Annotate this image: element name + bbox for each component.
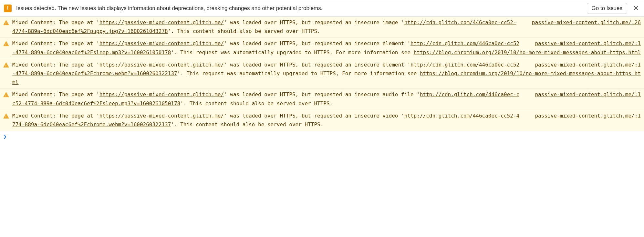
console-message-body: passive-mixed-content.glitch.me/:1Mixed … — [12, 60, 641, 87]
console-message-text: ' was loaded over HTTPS, but requested a… — [224, 91, 420, 98]
console-prompt[interactable]: ❯ — [0, 131, 644, 142]
console-message-text: '. This content should also be served ov… — [180, 100, 333, 107]
console-list: passive-mixed-content.glitch.me/:26Mixed… — [0, 17, 644, 131]
console-source-link[interactable]: passive-mixed-content.glitch.me/:26 — [532, 18, 641, 27]
console-source-link[interactable]: passive-mixed-content.glitch.me/:1 — [535, 39, 641, 48]
console-warning-row: passive-mixed-content.glitch.me/:1Mixed … — [0, 38, 644, 59]
warning-icon — [3, 41, 9, 46]
console-message-text: Mixed Content: The page at ' — [12, 40, 99, 46]
issues-icon-glyph: ! — [7, 5, 9, 11]
warning-icon — [3, 113, 9, 118]
console-message-link[interactable]: https://passive-mixed-content.glitch.me/ — [99, 113, 224, 119]
console-message-text: ' was loaded over HTTPS, but requested a… — [224, 19, 404, 26]
issues-message: Issues detected. The new Issues tab disp… — [16, 5, 582, 12]
warning-icon — [3, 62, 9, 67]
console-message-body: passive-mixed-content.glitch.me/:26Mixed… — [12, 18, 641, 36]
prompt-chevron-icon: ❯ — [3, 133, 7, 140]
go-to-issues-button[interactable]: Go to Issues — [587, 3, 627, 14]
console-source-link[interactable]: passive-mixed-content.glitch.me/:1 — [535, 60, 641, 69]
console-warning-row: passive-mixed-content.glitch.me/:26Mixed… — [0, 17, 644, 38]
console-message-body: passive-mixed-content.glitch.me/:1Mixed … — [12, 90, 641, 108]
console-message-link[interactable]: https://passive-mixed-content.glitch.me/ — [99, 62, 224, 68]
console-message-text: Mixed Content: The page at ' — [12, 113, 99, 119]
close-icon[interactable]: ✕ — [632, 5, 640, 12]
console-message-text: Mixed Content: The page at ' — [12, 91, 99, 98]
console-message-text: ' was loaded over HTTPS, but requested a… — [224, 62, 410, 68]
console-message-text: Mixed Content: The page at ' — [12, 19, 99, 26]
console-message-link[interactable]: https://passive-mixed-content.glitch.me/ — [99, 91, 224, 98]
console-message-body: passive-mixed-content.glitch.me/:1Mixed … — [12, 39, 641, 57]
console-message-text: ' was loaded over HTTPS, but requested a… — [224, 113, 404, 119]
console-message-text: '. This request was automatically upgrad… — [171, 49, 413, 56]
console-message-text: '. This content should also be served ov… — [171, 121, 323, 128]
issues-bar: ! Issues detected. The new Issues tab di… — [0, 0, 644, 17]
console-source-link[interactable]: passive-mixed-content.glitch.me/:1 — [535, 111, 641, 120]
console-message-body: passive-mixed-content.glitch.me/:1Mixed … — [12, 111, 641, 129]
console-warning-row: passive-mixed-content.glitch.me/:1Mixed … — [0, 110, 644, 131]
console-warning-row: passive-mixed-content.glitch.me/:1Mixed … — [0, 59, 644, 89]
warning-icon — [3, 92, 9, 97]
console-message-link[interactable]: https://blog.chromium.org/2019/10/no-mor… — [414, 49, 641, 56]
console-message-text: Mixed Content: The page at ' — [12, 62, 99, 68]
console-message-link[interactable]: https://passive-mixed-content.glitch.me/ — [99, 19, 224, 26]
console-message-text: ' was loaded over HTTPS, but requested a… — [224, 40, 410, 46]
warning-icon — [3, 20, 9, 25]
console-warning-row: passive-mixed-content.glitch.me/:1Mixed … — [0, 89, 644, 110]
console-message-link[interactable]: https://passive-mixed-content.glitch.me/ — [99, 40, 224, 46]
console-message-text: '. This request was automatically upgrad… — [177, 70, 420, 77]
issues-icon: ! — [4, 5, 12, 12]
console-source-link[interactable]: passive-mixed-content.glitch.me/:1 — [535, 90, 641, 99]
console-message-text: '. This content should also be served ov… — [168, 28, 320, 34]
